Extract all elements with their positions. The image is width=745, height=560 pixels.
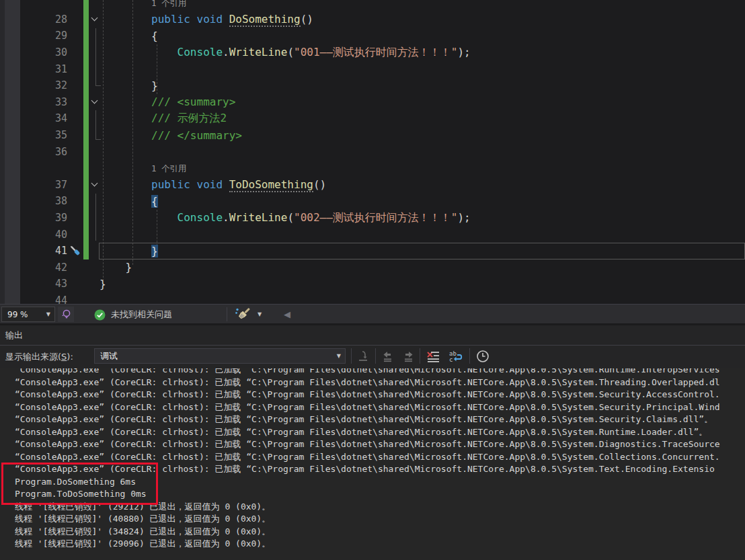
fold-toggle[interactable] [89, 77, 100, 93]
code-line[interactable]: 30 Console.WriteLine("001——测试执行 [0, 44, 745, 61]
fold-toggle[interactable] [89, 177, 100, 193]
current-line-highlight [99, 243, 745, 259]
code-line[interactable]: 32 } [0, 77, 745, 94]
separator [375, 348, 376, 364]
quick-actions-button[interactable] [67, 210, 83, 226]
output-line: “ConsoleApp3.exe” (CoreCLR: clrhost): 已加… [15, 413, 745, 426]
fold-toggle[interactable] [89, 0, 100, 11]
code-line[interactable]: 31 [0, 61, 745, 77]
jump-to-message-button[interactable] [355, 348, 371, 364]
code-line[interactable]: 44 [0, 292, 745, 304]
code-line[interactable]: 33 /// <summary> [0, 94, 745, 111]
code-line[interactable]: 29 { [0, 28, 745, 44]
fold-toggle[interactable] [89, 28, 100, 44]
code-line[interactable]: 35 /// </summary> [0, 127, 745, 144]
quick-actions-button[interactable] [67, 94, 83, 110]
code-line[interactable]: 1 个引用 [0, 0, 745, 11]
code-line[interactable]: 39 Console.WriteLine("002——测试执行 [0, 210, 745, 227]
fold-toggle[interactable] [89, 292, 100, 304]
code-line[interactable]: 42 } [0, 259, 745, 276]
code-text: /// </summary> [100, 129, 242, 142]
clear-all-output-button[interactable] [425, 348, 441, 364]
fold-toggle[interactable] [89, 61, 100, 77]
code-cleanup-dropdown[interactable]: ▼ [254, 307, 265, 322]
quick-actions-button[interactable] [67, 61, 83, 77]
fold-toggle[interactable] [89, 11, 100, 28]
code-line[interactable]: 43 } [0, 276, 745, 292]
output-line: Program.ToDoSomething 0ms [15, 488, 745, 501]
code-segment: } [151, 245, 158, 257]
quick-actions-button[interactable] [67, 193, 83, 209]
separator [420, 348, 420, 364]
quick-actions-button[interactable] [67, 77, 83, 93]
screwdriver-icon [69, 244, 82, 257]
timestamp-toggle-button[interactable] [475, 348, 491, 364]
fold-toggle[interactable] [89, 193, 100, 209]
code-segment [100, 245, 151, 257]
change-tracking-bar [83, 177, 89, 194]
quick-actions-button[interactable] [67, 0, 83, 11]
code-line[interactable]: 37 public void ToDoSomething() [0, 177, 745, 194]
document-health-indicator[interactable]: 未找到相关问题 [94, 307, 172, 322]
quick-actions-button[interactable] [67, 127, 83, 143]
zoom-level-dropdown[interactable]: 99 % ▼ [1, 307, 55, 322]
fold-toggle[interactable] [89, 127, 100, 143]
fold-toggle[interactable] [89, 210, 100, 226]
change-tracking-bar [83, 160, 89, 177]
quick-actions-button[interactable] [67, 160, 83, 176]
quick-actions-button[interactable] [67, 276, 83, 292]
suggestion-indicator-button[interactable] [58, 307, 74, 322]
code-text: } [100, 79, 158, 92]
change-tracking-bar [83, 110, 89, 127]
code-line[interactable]: 38 { [0, 193, 745, 210]
next-message-button[interactable] [401, 348, 417, 364]
fold-toggle[interactable] [89, 160, 100, 176]
code-segment [100, 0, 151, 9]
code-text: /// <summary> [100, 95, 235, 108]
output-line: “ConsoleApp3.exe” (CoreCLR: clrhost): 已加… [15, 426, 745, 439]
fold-toggle[interactable] [89, 243, 100, 259]
line-number: 31 [0, 63, 67, 75]
fold-toggle[interactable] [89, 110, 100, 126]
code-editor[interactable]: 1 个引用 28 [0, 0, 745, 304]
output-lines: “ConsoleApp3.exe” (CoreCLR: clrhost): 已加… [0, 368, 745, 551]
quick-actions-button[interactable] [67, 11, 83, 28]
line-number: 28 [0, 13, 67, 26]
quick-actions-button[interactable] [67, 259, 83, 276]
code-line[interactable]: 36 [0, 143, 745, 160]
change-tracking-bar [83, 193, 89, 210]
output-line: “ConsoleApp3.exe” (CoreCLR: clrhost): 已加… [15, 376, 745, 389]
fold-toggle[interactable] [89, 227, 100, 243]
output-log[interactable]: “ConsoleApp3.exe” (CoreCLR: clrhost): 已加… [0, 368, 745, 560]
code-segment: { [151, 30, 158, 42]
quick-actions-button[interactable] [67, 243, 83, 259]
quick-actions-button[interactable] [67, 44, 83, 61]
scrollbar-left-arrow-icon[interactable]: ◀ [280, 307, 295, 322]
fold-toggle[interactable] [89, 44, 100, 61]
previous-message-button[interactable] [379, 348, 395, 364]
code-line[interactable]: 41 } [0, 243, 745, 259]
change-tracking-bar [83, 28, 89, 44]
word-wrap-icon: ab c [448, 350, 464, 363]
code-line[interactable]: 40 [0, 226, 745, 243]
fold-toggle[interactable] [89, 259, 100, 276]
fold-toggle[interactable] [89, 94, 100, 110]
output-line: 线程 '[线程已销毁]' (29096) 已退出，返回值为 0 (0x0)。 [15, 538, 745, 551]
quick-actions-button[interactable] [67, 28, 83, 44]
quick-actions-button[interactable] [67, 144, 83, 160]
fold-toggle[interactable] [89, 276, 100, 292]
panel-title: 输出 [0, 329, 23, 342]
fold-toggle[interactable] [89, 144, 100, 160]
code-line[interactable]: 28 public void DoSomething() [0, 11, 745, 28]
quick-actions-button[interactable] [67, 292, 83, 304]
quick-actions-button[interactable] [67, 110, 83, 126]
output-toolbar: 显示输出来源(S): 调试 ▼ [0, 346, 745, 366]
toggle-word-wrap-button[interactable]: ab c [448, 348, 464, 364]
quick-actions-button[interactable] [67, 177, 83, 193]
code-line[interactable]: 34 /// 示例方法2 [0, 110, 745, 127]
quick-actions-button[interactable] [67, 227, 83, 243]
code-line[interactable]: 1 个引用 [0, 160, 745, 177]
output-source-dropdown[interactable]: 调试 ▼ [94, 348, 346, 364]
svg-text:c: c [449, 356, 453, 363]
code-cleanup-button[interactable] [234, 306, 253, 323]
